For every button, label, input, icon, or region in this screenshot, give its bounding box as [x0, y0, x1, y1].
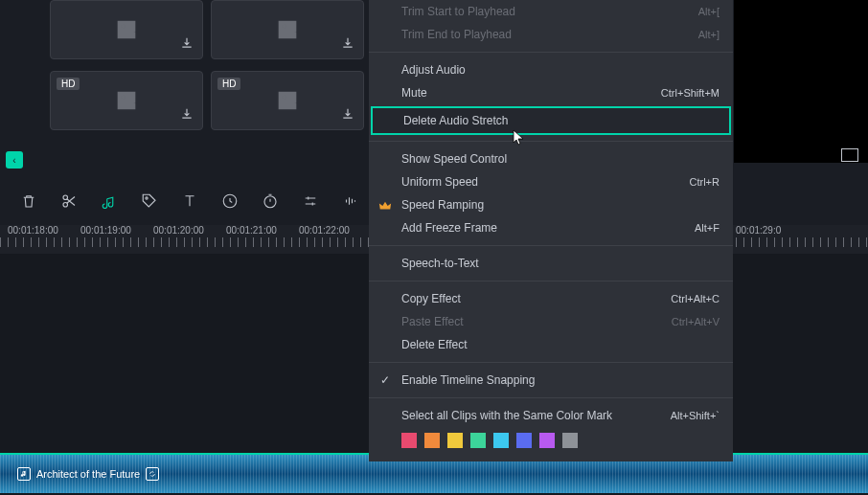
menu-copy-effect[interactable]: Copy EffectCtrl+Alt+C	[369, 287, 733, 310]
svg-point-0	[122, 25, 126, 29]
timer-tool[interactable]	[261, 191, 280, 211]
menu-speed-ramping[interactable]: Speed Ramping	[369, 193, 733, 216]
menu-show-speed-control[interactable]: Show Speed Control	[369, 147, 733, 170]
ruler-label: 00:01:19:00	[80, 225, 153, 236]
tag-tool[interactable]	[140, 191, 159, 211]
ruler-label: 00:01:18:00	[8, 225, 80, 236]
color-swatch-row	[369, 427, 733, 452]
hd-badge: HD	[217, 78, 240, 90]
svg-point-6	[146, 197, 148, 199]
image-icon	[274, 87, 301, 114]
media-thumb[interactable]: HD	[50, 71, 203, 130]
download-icon[interactable]	[338, 34, 357, 53]
menu-add-freeze-frame[interactable]: Add Freeze FrameAlt+F	[369, 216, 733, 239]
color-swatch[interactable]	[447, 433, 463, 448]
menu-mute[interactable]: MuteCtrl+Shift+M	[369, 81, 733, 104]
color-swatch[interactable]	[424, 433, 440, 448]
snapshot-button[interactable]	[841, 148, 858, 162]
timeline-toolbar	[19, 191, 360, 211]
music-note-icon	[17, 467, 31, 481]
svg-point-2	[122, 96, 126, 100]
menu-paste-effect[interactable]: Paste EffectCtrl+Alt+V	[369, 310, 733, 333]
adjust-tool[interactable]	[301, 191, 320, 211]
color-swatch[interactable]	[516, 433, 532, 448]
menu-uniform-speed[interactable]: Uniform SpeedCtrl+R	[369, 170, 733, 193]
equalizer-tool[interactable]	[341, 191, 360, 211]
color-swatch[interactable]	[493, 433, 509, 448]
image-icon	[274, 16, 301, 43]
svg-point-1	[283, 25, 286, 29]
ruler-label: 00:01:22:00	[299, 225, 372, 236]
menu-enable-snapping[interactable]: ✓Enable Timeline Snapping	[369, 369, 733, 392]
download-icon[interactable]	[338, 104, 357, 124]
menu-trim-end[interactable]: Trim End to PlayheadAlt+]	[369, 23, 733, 46]
hd-badge: HD	[57, 78, 80, 90]
media-thumb[interactable]	[50, 0, 203, 59]
download-icon[interactable]	[177, 34, 196, 53]
media-thumb[interactable]: HD	[211, 71, 364, 130]
menu-speech-to-text[interactable]: Speech-to-Text	[369, 252, 733, 275]
menu-select-same-color[interactable]: Select all Clips with the Same Color Mar…	[369, 404, 733, 427]
back-button[interactable]: ‹	[6, 151, 23, 169]
menu-trim-start[interactable]: Trim Start to PlayheadAlt+[	[369, 0, 733, 23]
audio-marker-tool[interactable]	[100, 191, 119, 211]
media-panel: HD HD	[50, 0, 376, 142]
text-tool[interactable]	[180, 191, 199, 211]
ruler-label: 00:01:29:0	[736, 225, 809, 236]
image-icon	[113, 87, 140, 114]
media-thumb[interactable]	[211, 0, 364, 59]
cut-tool[interactable]	[59, 191, 79, 211]
audio-clip-title: Architect of the Future	[36, 468, 140, 480]
speed-tool[interactable]	[220, 191, 240, 211]
menu-delete-effect[interactable]: Delete Effect	[369, 333, 733, 356]
delete-tool[interactable]	[19, 191, 38, 211]
color-swatch[interactable]	[539, 433, 555, 448]
check-icon: ✓	[380, 373, 390, 387]
download-icon[interactable]	[177, 104, 196, 124]
sync-icon	[146, 467, 159, 481]
color-swatch[interactable]	[562, 433, 578, 448]
color-swatch[interactable]	[401, 433, 417, 448]
context-menu: Trim Start to PlayheadAlt+[ Trim End to …	[369, 0, 733, 461]
crown-icon	[378, 199, 392, 213]
color-swatch[interactable]	[470, 433, 486, 448]
svg-point-3	[283, 96, 286, 100]
menu-adjust-audio[interactable]: Adjust Audio	[369, 58, 733, 81]
ruler-label: 00:01:20:00	[153, 225, 226, 236]
ruler-label: 00:01:21:00	[226, 225, 299, 236]
menu-delete-audio-stretch[interactable]: Delete Audio Stretch	[371, 106, 731, 135]
preview-window	[734, 0, 868, 163]
image-icon	[113, 16, 140, 43]
